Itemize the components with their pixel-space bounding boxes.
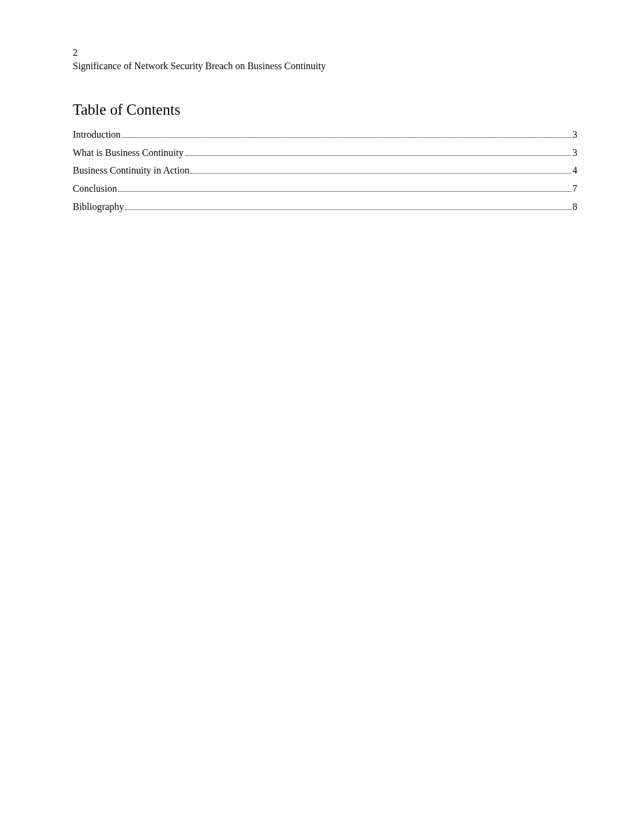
- toc-entry-page: 3: [572, 144, 577, 162]
- toc-entry-title: Conclusion: [73, 180, 117, 198]
- page-number: 2: [73, 46, 577, 59]
- toc-leader: [190, 173, 571, 174]
- toc-entry: Conclusion 7: [73, 180, 577, 198]
- toc-entry-page: 8: [572, 198, 577, 216]
- table-of-contents: Table of Contents Introduction 3 What is…: [73, 101, 577, 215]
- toc-entry: Business Continuity in Action 4: [73, 161, 577, 180]
- toc-entry-page: 3: [572, 126, 577, 144]
- toc-leader: [122, 137, 571, 138]
- toc-leader: [118, 191, 571, 192]
- toc-entry-title: What is Business Continuity: [73, 144, 184, 162]
- toc-leader: [125, 209, 571, 210]
- toc-entry: Introduction 3: [73, 126, 577, 144]
- toc-entry-page: 4: [572, 161, 577, 180]
- toc-leader: [185, 155, 571, 156]
- running-title: Significance of Network Security Breach …: [73, 59, 577, 73]
- toc-entry-title: Bibliography: [73, 198, 124, 216]
- toc-entry: Bibliography 8: [73, 198, 577, 216]
- toc-list: Introduction 3 What is Business Continui…: [73, 126, 577, 215]
- toc-heading: Table of Contents: [73, 101, 577, 118]
- page-header: 2 Significance of Network Security Breac…: [73, 46, 577, 72]
- toc-entry-title: Business Continuity in Action: [73, 161, 189, 180]
- toc-entry: What is Business Continuity 3: [73, 144, 577, 162]
- toc-entry-title: Introduction: [73, 126, 121, 144]
- toc-entry-page: 7: [572, 180, 577, 198]
